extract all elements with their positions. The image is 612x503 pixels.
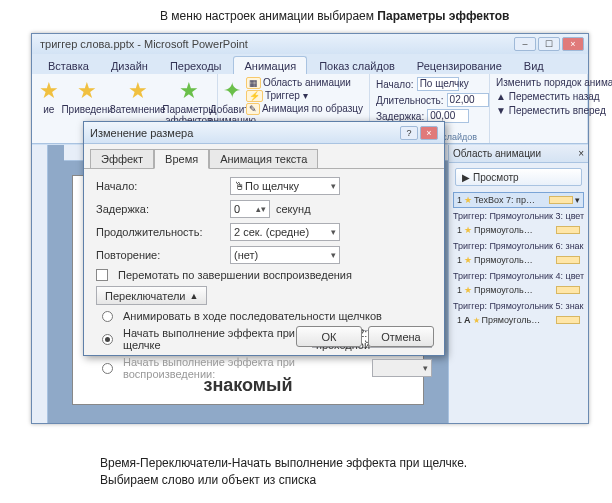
- dialog-close-button[interactable]: ×: [420, 126, 438, 140]
- start-select[interactable]: По щелчку: [417, 77, 459, 91]
- pane-close-icon[interactable]: ×: [578, 148, 584, 159]
- effect-options-dialog: Изменение размера ? × Эффект Время Анима…: [83, 121, 445, 356]
- bolt-icon: ⚡: [246, 90, 263, 102]
- dlg-delay-label: Задержка:: [96, 203, 224, 215]
- tab-insert[interactable]: Вставка: [38, 57, 99, 74]
- dlg-duration-select[interactable]: 2 сек. (средне)▾: [230, 223, 340, 241]
- anim-item[interactable]: 1 A★ Прямоуголь…: [453, 312, 584, 328]
- anim-item[interactable]: 1 ★ Прямоуголь…: [453, 252, 584, 268]
- star-icon: ★: [464, 195, 472, 205]
- start-label: Начало:: [376, 79, 414, 90]
- dlg-radio-sequence[interactable]: [102, 311, 113, 322]
- dlg-start-select[interactable]: 🖱 По щелчку▾: [230, 177, 340, 195]
- pane-icon: ▦: [246, 77, 261, 89]
- star-icon: ★: [77, 80, 97, 102]
- move-later[interactable]: ▼ Переместить вперед: [496, 105, 581, 116]
- dlg-repeat-select[interactable]: (нет)▾: [230, 246, 340, 264]
- ribbon-tabs: Вставка Дизайн Переходы Анимация Показ с…: [32, 54, 588, 74]
- tab-slideshow[interactable]: Показ слайдов: [309, 57, 405, 74]
- delay-label: Задержка:: [376, 111, 424, 122]
- animation-pane-toggle[interactable]: ▦Область анимации: [246, 77, 363, 89]
- star-icon: ★: [464, 285, 472, 295]
- trigger-heading: Триггер: Прямоугольник 6: знаком: [453, 241, 584, 251]
- tab-animations[interactable]: Анимация: [233, 56, 307, 74]
- dialog-tab-timing[interactable]: Время: [154, 149, 209, 169]
- dialog-tab-effect[interactable]: Эффект: [90, 149, 154, 169]
- tab-transitions[interactable]: Переходы: [160, 57, 232, 74]
- dlg-rewind-checkbox[interactable]: [96, 269, 108, 281]
- cancel-button[interactable]: Отмена: [368, 326, 434, 347]
- star-icon: ★: [128, 80, 148, 102]
- plus-star-icon: ✦: [223, 80, 241, 102]
- star-icon: ★: [473, 316, 480, 325]
- close-button[interactable]: ×: [562, 37, 584, 51]
- animation-pane: Область анимации× ▶ Просмотр 1 ★ TexBox …: [448, 145, 588, 423]
- vertical-ruler: [32, 145, 48, 423]
- pane-title: Область анимации: [453, 148, 541, 159]
- dlg-delay-unit: секунд: [276, 203, 311, 215]
- anim-effect-fly-in[interactable]: ★Приведени: [66, 77, 109, 118]
- preview-button[interactable]: ▶ Просмотр: [455, 168, 582, 186]
- trigger-heading: Триггер: Прямоугольник 4: цветный: [453, 271, 584, 281]
- duration-label: Длительность:: [376, 95, 444, 106]
- anim-effect-fade[interactable]: ★Затемнение: [115, 77, 161, 118]
- dlg-duration-label: Продолжительность:: [96, 226, 224, 238]
- tutorial-caption-top: В меню настроек анимации выбираем Параме…: [160, 9, 509, 23]
- trigger-heading: Триггер: Прямоугольник 5: знакош: [453, 301, 584, 311]
- star-icon: ★: [179, 80, 199, 102]
- tab-design[interactable]: Дизайн: [101, 57, 158, 74]
- duration-spinner[interactable]: 02,00: [447, 93, 489, 107]
- dlg-rewind-label: Перемотать по завершении воспроизведения: [118, 269, 352, 281]
- move-earlier[interactable]: ▲ Переместить назад: [496, 91, 581, 102]
- dialog-help-button[interactable]: ?: [400, 126, 418, 140]
- star-icon: ★: [39, 80, 59, 102]
- tab-review[interactable]: Рецензирование: [407, 57, 512, 74]
- animation-painter[interactable]: ✎Анимация по образцу: [246, 103, 363, 115]
- trigger-heading: Триггер: Прямоугольник 3: цвету: [453, 211, 584, 221]
- anim-item[interactable]: 1 ★ Прямоуголь…: [453, 282, 584, 298]
- brush-icon: ✎: [246, 103, 260, 115]
- trigger-menu[interactable]: ⚡Триггер ▾: [246, 90, 363, 102]
- maximize-button[interactable]: ☐: [538, 37, 560, 51]
- dlg-delay-spinner[interactable]: 0▴▾: [230, 200, 270, 218]
- dlg-play-object-select: ▾: [372, 359, 432, 377]
- dlg-start-label: Начало:: [96, 180, 224, 192]
- tab-view[interactable]: Вид: [514, 57, 554, 74]
- reorder-label: Изменить порядок анимации: [496, 77, 581, 88]
- window-title: триггер слова.pptx - Microsoft PowerPoin…: [40, 38, 248, 50]
- dialog-title: Изменение размера: [90, 127, 193, 139]
- ok-button[interactable]: ОК: [296, 326, 362, 347]
- window-titlebar: триггер слова.pptx - Microsoft PowerPoin…: [32, 34, 588, 54]
- tutorial-caption-bottom: Время-Переключатели-Начать выполнение эф…: [100, 455, 520, 489]
- star-icon: ★: [464, 225, 472, 235]
- anim-item-selected[interactable]: 1 ★ TexBox 7: пр… ▾: [453, 192, 584, 208]
- minimize-button[interactable]: –: [514, 37, 536, 51]
- star-icon: ★: [464, 255, 472, 265]
- dlg-triggers-button[interactable]: Переключатели ▲: [96, 286, 207, 305]
- anim-effect-none[interactable]: ★ие: [38, 77, 60, 118]
- dlg-radio-onplay: [102, 363, 113, 374]
- dlg-repeat-label: Повторение:: [96, 249, 224, 261]
- dlg-radio-onclick[interactable]: [102, 334, 113, 345]
- dialog-tab-textanim[interactable]: Анимация текста: [209, 149, 318, 169]
- anim-item[interactable]: 1 ★ Прямоуголь…: [453, 222, 584, 238]
